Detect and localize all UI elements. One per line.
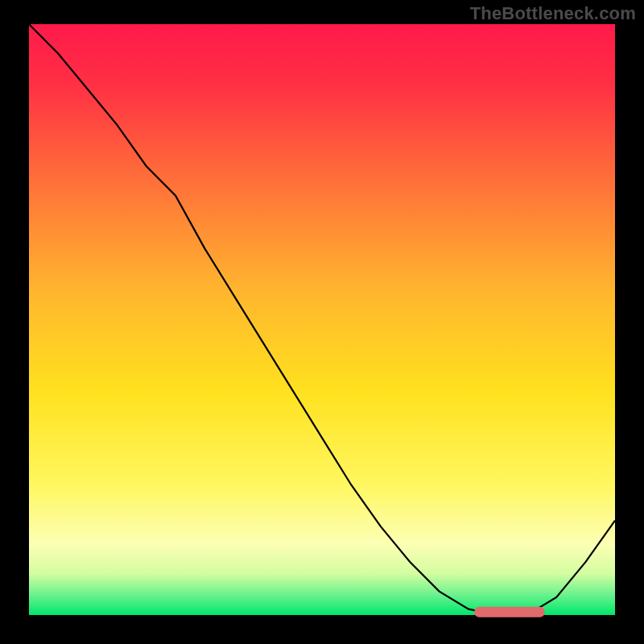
bottleneck-chart — [0, 0, 644, 644]
chart-frame: TheBottleneck.com — [0, 0, 644, 644]
optimal-marker — [474, 607, 544, 617]
plot-background — [29, 24, 615, 615]
plot-area — [29, 24, 615, 617]
watermark-text: TheBottleneck.com — [470, 3, 636, 24]
